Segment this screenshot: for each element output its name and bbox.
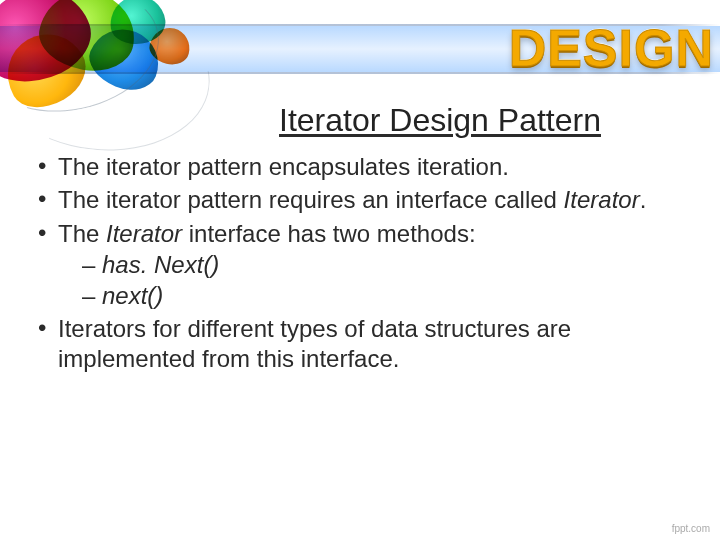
bullet-text: The iterator pattern encapsulates iterat… xyxy=(58,153,509,180)
bullet-item: The Iterator interface has two methods: … xyxy=(34,219,686,311)
bullet-list: The iterator pattern encapsulates iterat… xyxy=(34,152,686,373)
bullet-item: The iterator pattern requires an interfa… xyxy=(34,185,686,214)
bullet-text: Iterators for different types of data st… xyxy=(58,315,571,371)
slide-body: The iterator pattern encapsulates iterat… xyxy=(34,152,686,377)
sub-bullet-item: has. Next() xyxy=(58,250,686,279)
slide: DESIGN Iterator Design Pattern The itera… xyxy=(0,0,720,540)
slide-title: Iterator Design Pattern xyxy=(0,102,720,139)
design-wordmark: DESIGN xyxy=(509,18,714,78)
sub-bullet-text: next() xyxy=(102,282,163,309)
bullet-text: The iterator pattern requires an interfa… xyxy=(58,186,564,213)
bullet-italic: Iterator xyxy=(106,220,182,247)
footer-credit: fppt.com xyxy=(672,523,710,534)
sub-bullet-text: has. Next() xyxy=(102,251,219,278)
bullet-italic: Iterator xyxy=(564,186,640,213)
sub-bullet-item: next() xyxy=(58,281,686,310)
bullet-text: . xyxy=(640,186,647,213)
bullet-text: The xyxy=(58,220,106,247)
bullet-item: The iterator pattern encapsulates iterat… xyxy=(34,152,686,181)
sub-bullet-list: has. Next() next() xyxy=(58,250,686,311)
bullet-item: Iterators for different types of data st… xyxy=(34,314,686,373)
bullet-text: interface has two methods: xyxy=(182,220,475,247)
